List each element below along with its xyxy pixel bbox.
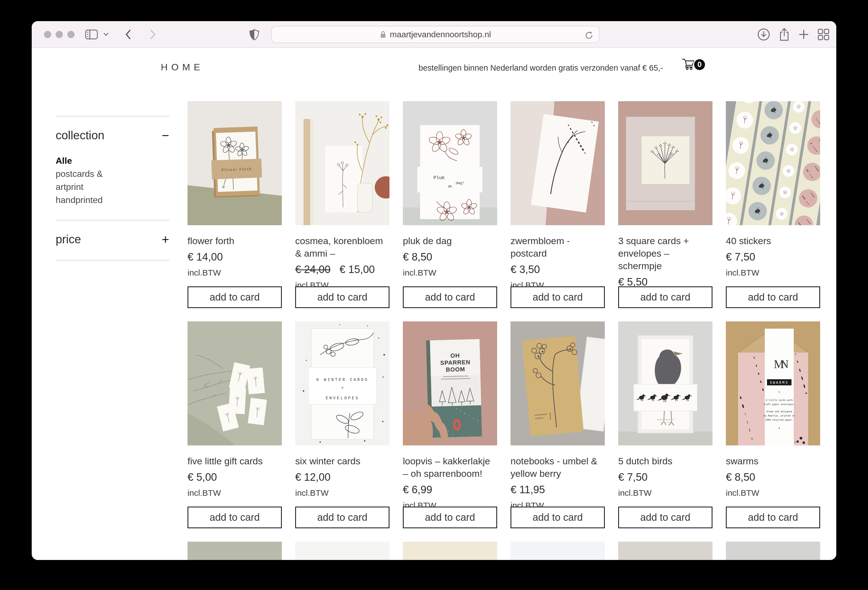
shipping-notice: bestellingen binnen Nederland worden gra… bbox=[418, 63, 663, 72]
add-to-cart-button[interactable]: add to card bbox=[295, 506, 390, 528]
product-title[interactable]: zwermbloem - postcard bbox=[511, 235, 605, 260]
sidebar-item-handprinted[interactable]: handprinted bbox=[56, 194, 169, 207]
sidebar-item-alle[interactable]: Alle bbox=[56, 154, 169, 168]
zoom-window-icon[interactable] bbox=[67, 31, 75, 38]
product-image[interactable]: OHSPARRENBOOM bbox=[403, 321, 497, 446]
product-image[interactable] bbox=[726, 101, 820, 225]
product-image[interactable]: 6 WINTER CARDS+ENVELOPES bbox=[295, 321, 390, 446]
add-to-cart-button[interactable]: add to card bbox=[187, 506, 282, 528]
product-price: € 24,00 € 15,00 bbox=[295, 263, 390, 275]
add-to-cart-button[interactable]: add to card bbox=[618, 286, 713, 308]
svg-text:+: + bbox=[341, 385, 344, 391]
add-to-cart-button[interactable]: add to card bbox=[511, 286, 605, 308]
product-title[interactable]: swarms bbox=[726, 455, 820, 467]
window-controls[interactable] bbox=[44, 31, 75, 38]
product-tax-note: incl.BTW bbox=[403, 268, 497, 278]
product-current-price: € 3,50 bbox=[511, 263, 540, 275]
chevron-down-icon[interactable] bbox=[103, 32, 109, 37]
svg-text:kraft paper envelopes.: kraft paper envelopes. bbox=[764, 403, 795, 406]
product-current-price: € 8,50 bbox=[726, 471, 755, 483]
collection-filter-list: Allepostcards &artprinthandprinted bbox=[56, 154, 169, 207]
product-old-price: € 24,00 bbox=[295, 263, 331, 275]
product-image[interactable] bbox=[511, 321, 605, 446]
reload-icon[interactable] bbox=[584, 30, 594, 40]
product-current-price: € 5,00 bbox=[187, 471, 217, 483]
product-image-preview[interactable] bbox=[618, 541, 713, 560]
sidebar-toggle-icon[interactable] bbox=[85, 29, 98, 40]
product-current-price: € 6,99 bbox=[403, 484, 433, 496]
price-filter-header[interactable]: price + bbox=[56, 233, 169, 246]
back-icon[interactable] bbox=[124, 29, 132, 40]
new-tab-icon[interactable] bbox=[799, 29, 809, 40]
product-card: Flower Forth flower forth € 14,00 incl.B… bbox=[187, 101, 282, 308]
product-image-preview[interactable] bbox=[295, 541, 390, 560]
collapse-icon[interactable]: − bbox=[162, 130, 169, 141]
product-image[interactable]: Flower Forth bbox=[187, 101, 282, 225]
svg-text:Pluk: Pluk bbox=[434, 175, 445, 181]
product-title[interactable]: 3 square cards + envelopes – schermpje bbox=[618, 235, 713, 272]
cart-widget[interactable]: 0 bbox=[682, 58, 706, 71]
svg-text:6 WINTER CARDS: 6 WINTER CARDS bbox=[316, 378, 369, 382]
cart-count-badge[interactable]: 0 bbox=[693, 58, 706, 71]
product-image[interactable] bbox=[187, 321, 282, 446]
product-title[interactable]: pluk de dag bbox=[403, 235, 497, 247]
add-to-cart-button[interactable]: add to card bbox=[187, 286, 282, 308]
tab-overview-icon[interactable] bbox=[817, 28, 830, 41]
add-to-cart-button[interactable]: add to card bbox=[511, 506, 605, 528]
share-icon[interactable] bbox=[778, 28, 790, 41]
product-title[interactable]: cosmea, korenbloem & ammi – bbox=[295, 235, 390, 260]
divider bbox=[56, 260, 169, 260]
product-title[interactable]: notebooks - umbel & yellow berry bbox=[511, 455, 605, 480]
product-title[interactable]: 40 stickers bbox=[726, 235, 820, 247]
product-title[interactable]: flower forth bbox=[187, 235, 282, 247]
forward-icon[interactable] bbox=[149, 29, 157, 40]
product-image-preview[interactable] bbox=[187, 541, 282, 560]
browser-toolbar: maartjevandennoortshop.nl bbox=[32, 21, 836, 48]
product-image[interactable] bbox=[618, 321, 713, 446]
product-image[interactable]: MNSWARMS6 little cards withkraft paper e… bbox=[726, 321, 820, 446]
url-text[interactable]: maartjevandennoortshop.nl bbox=[390, 30, 491, 39]
product-card: 40 stickers € 7,50 incl.BTW add to card bbox=[726, 101, 820, 308]
expand-icon[interactable]: + bbox=[162, 234, 169, 245]
product-image[interactable] bbox=[511, 101, 605, 225]
product-title[interactable]: 5 dutch birds bbox=[618, 455, 713, 467]
product-image[interactable] bbox=[618, 101, 713, 225]
product-tax-note: incl.BTW bbox=[295, 488, 390, 498]
product-title[interactable]: loopvis – kakkerlakje – oh sparrenboom! bbox=[403, 455, 497, 480]
privacy-shield-icon[interactable] bbox=[249, 29, 259, 41]
product-image-preview[interactable] bbox=[511, 541, 605, 560]
lock-icon bbox=[380, 30, 387, 39]
nav-home-link[interactable]: HOME bbox=[161, 62, 204, 72]
collection-filter-header[interactable]: collection − bbox=[56, 129, 169, 142]
product-price: € 14,00 bbox=[187, 251, 282, 263]
product-image-preview[interactable] bbox=[403, 541, 497, 560]
add-to-cart-button[interactable]: add to card bbox=[403, 506, 497, 528]
sidebar-item-artprint[interactable]: artprint bbox=[56, 181, 169, 194]
product-image[interactable]: Plukdedag! bbox=[403, 101, 497, 225]
divider bbox=[56, 220, 169, 221]
shop-page: HOME bestellingen binnen Nederland worde… bbox=[32, 48, 836, 560]
add-to-cart-button[interactable]: add to card bbox=[295, 286, 390, 308]
add-to-cart-button[interactable]: add to card bbox=[618, 506, 713, 528]
product-tax-note: incl.BTW bbox=[618, 488, 713, 498]
product-image-preview[interactable] bbox=[726, 541, 820, 560]
product-title[interactable]: five little gift cards bbox=[187, 455, 282, 467]
product-grid: Flower Forth flower forth € 14,00 incl.B… bbox=[187, 101, 836, 560]
divider bbox=[56, 116, 169, 116]
add-to-cart-button[interactable]: add to card bbox=[403, 286, 497, 308]
svg-text:de: de bbox=[448, 185, 452, 188]
add-to-cart-button[interactable]: add to card bbox=[726, 286, 820, 308]
sidebar-item-postcards--[interactable]: postcards & bbox=[56, 168, 169, 181]
address-bar[interactable]: maartjevandennoortshop.nl bbox=[271, 26, 599, 43]
product-title[interactable]: six winter cards bbox=[295, 455, 390, 467]
downloads-icon[interactable] bbox=[757, 28, 770, 41]
svg-text:6 little cards with: 6 little cards with bbox=[766, 399, 793, 402]
product-card: 6 WINTER CARDS+ENVELOPES six winter card… bbox=[295, 321, 390, 528]
product-image[interactable] bbox=[295, 101, 390, 225]
close-window-icon[interactable] bbox=[44, 31, 51, 38]
product-price: € 12,00 bbox=[295, 471, 390, 483]
minimize-window-icon[interactable] bbox=[56, 31, 63, 38]
product-current-price: € 5,50 bbox=[618, 276, 648, 288]
add-to-cart-button[interactable]: add to card bbox=[726, 506, 820, 528]
product-price: € 7,50 bbox=[618, 471, 713, 483]
